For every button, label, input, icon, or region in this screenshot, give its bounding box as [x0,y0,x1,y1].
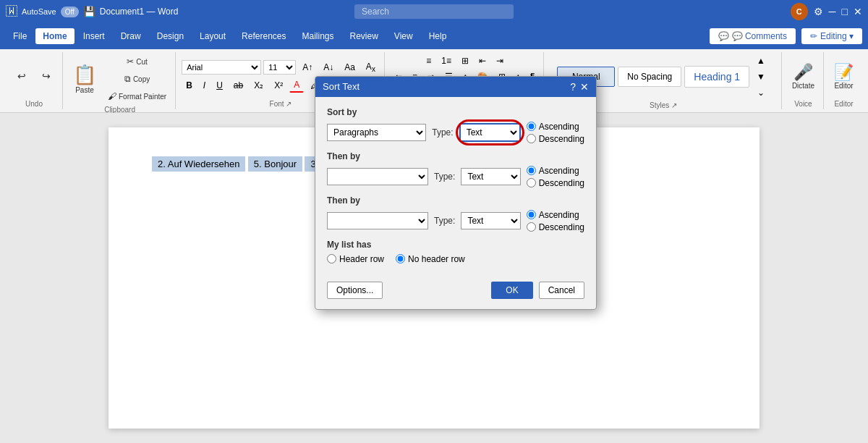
autosave-toggle[interactable]: Off [61,7,79,17]
bullets-button[interactable]: ≡ [422,54,435,68]
then-by-1-type-label: Type: [434,172,455,182]
list-item: 2. Auf Wiedersehen [152,156,245,172]
undo-button[interactable]: ↩ [10,67,33,85]
no-header-row-radio[interactable] [396,254,405,263]
list-item: 5. Bonjour [248,156,302,172]
italic-button[interactable]: I [199,78,210,93]
menu-references[interactable]: References [234,28,293,44]
font-label: Font ↗ [270,100,292,108]
close-icon[interactable]: ✕ [854,6,862,17]
grow-font-button[interactable]: A↑ [298,60,317,75]
bold-button[interactable]: B [182,78,197,93]
menu-view[interactable]: View [387,28,420,44]
options-button[interactable]: Options... [327,282,383,299]
editing-icon: ✏ [810,31,817,41]
menu-draw[interactable]: Draw [114,28,148,44]
dialog-footer: Options... OK Cancel [315,274,596,309]
styles-scroll-up[interactable]: ▲ [752,54,770,68]
sort-by-select[interactable]: Paragraphs Field 2 Field 3 [327,124,426,141]
descending-radio[interactable] [527,134,536,143]
editing-button[interactable]: ✏ Editing ▾ [801,28,862,44]
format-painter-icon: 🖌 [108,91,116,101]
styles-expand[interactable]: ⌄ [752,85,770,100]
style-no-spacing-button[interactable]: No Spacing [618,67,681,87]
menu-design[interactable]: Design [150,28,191,44]
editor-button[interactable]: 📝 Editor [830,60,858,93]
style-heading1-button[interactable]: Heading 1 [684,66,749,88]
then-by-2-descending-radio[interactable] [527,222,536,232]
ribbon-group-clipboard: 📋 Paste ✂Cut ⧉Copy 🖌Format Painter Clipb… [64,52,176,109]
header-row-radio[interactable] [327,254,336,263]
sort-text-dialog: Sort Text ? ✕ Sort by Paragraphs Field 2… [315,76,597,310]
format-painter-button[interactable]: 🖌Format Painter [103,88,171,104]
then-by-1-type-select[interactable]: Text Number Date [461,168,520,185]
underline-button[interactable]: U [212,78,227,93]
then-by-2-descending-label[interactable]: Descending [527,222,584,232]
menu-bar: File Home Insert Draw Design Layout Refe… [0,23,868,49]
then-by-1-ascending-label[interactable]: Ascending [527,166,584,176]
then-by-1-descending-radio[interactable] [527,178,536,187]
undo-label: Undo [25,100,43,108]
menu-mailings[interactable]: Mailings [294,28,341,44]
dictate-button[interactable]: 🎤 Dictate [788,60,819,93]
multilevel-button[interactable]: ⊞ [457,54,473,68]
copy-button[interactable]: ⧉Copy [103,71,171,87]
then-by-1-ascending-radio[interactable] [527,166,536,175]
superscript-button[interactable]: X² [270,78,287,93]
font-name-select[interactable]: Arial [182,60,261,75]
paste-button[interactable]: 📋 Paste [69,61,101,97]
menu-file[interactable]: File [6,28,34,44]
then-by-2-label: Then by [327,195,584,206]
maximize-icon[interactable]: □ [842,6,848,17]
menu-review[interactable]: Review [343,28,386,44]
change-case-button[interactable]: Aa [340,60,359,75]
search-input[interactable] [354,4,514,19]
then-by-2-select[interactable] [327,212,428,229]
save-icon[interactable]: 💾 [83,6,95,17]
copy-icon: ⧉ [124,74,131,84]
ascending-radio[interactable] [527,122,536,131]
menu-layout[interactable]: Layout [192,28,233,44]
sort-type-select[interactable]: Text Number Date [459,123,521,142]
dialog-close-button[interactable]: ✕ [580,81,589,93]
then-by-1-descending-label[interactable]: Descending [527,178,584,188]
no-header-row-label[interactable]: No header row [396,254,465,264]
avatar[interactable]: C [791,3,808,20]
then-by-1-row: Type: Text Number Date Ascending Descend… [327,166,584,188]
cancel-button[interactable]: Cancel [539,282,584,299]
redo-button[interactable]: ↪ [35,67,58,85]
settings-icon[interactable]: ⚙ [814,6,823,17]
numbering-button[interactable]: 1≡ [437,54,456,68]
then-by-2-type-label: Type: [434,216,455,226]
title-bar: 🇼 AutoSave Off 💾 Document1 — Word C ⚙ ─ … [0,0,868,23]
dialog-help-button[interactable]: ? [570,81,576,93]
header-row-label[interactable]: Header row [327,254,384,264]
font-size-select[interactable]: 11 [263,60,296,75]
descending-radio-label[interactable]: Descending [527,134,584,144]
styles-label: Styles ↗ [650,101,677,109]
indent-increase-button[interactable]: ⇥ [492,54,508,68]
comments-button[interactable]: 💬 💬 Comments [710,28,796,44]
ascending-radio-label[interactable]: Ascending [527,122,584,132]
minimize-icon[interactable]: ─ [829,6,836,17]
cut-button[interactable]: ✂Cut [103,54,171,69]
then-by-1-select[interactable] [327,168,428,185]
then-by-2-ascending-radio[interactable] [527,210,536,219]
menu-help[interactable]: Help [422,28,454,44]
strikethrough-button[interactable]: ab [229,78,247,93]
menu-insert[interactable]: Insert [76,28,112,44]
indent-decrease-button[interactable]: ⇤ [475,54,490,68]
menu-home[interactable]: Home [35,28,74,44]
then-by-2-type-select[interactable]: Text Number Date [461,212,520,229]
then-by-2-ascending-label[interactable]: Ascending [527,210,584,220]
clear-format-button[interactable]: Ax [362,59,380,75]
shrink-font-button[interactable]: A↓ [319,60,338,75]
styles-scroll-down[interactable]: ▼ [752,69,770,84]
then-by-1-label: Then by [327,151,584,161]
comments-icon: 💬 [718,31,729,41]
ok-button[interactable]: OK [491,282,532,299]
font-color-button[interactable]: A [289,77,304,93]
sort-type-label: Type: [432,127,453,138]
autosave-label: AutoSave [22,7,56,16]
subscript-button[interactable]: X₂ [250,78,268,93]
